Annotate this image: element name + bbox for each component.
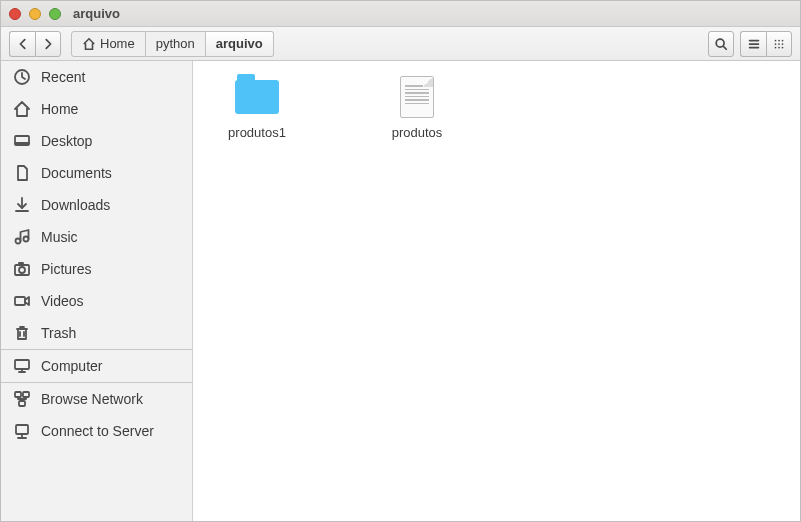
content-area[interactable]: produtos1 produtos — [193, 61, 800, 521]
network-icon — [13, 390, 31, 408]
computer-icon — [13, 357, 31, 375]
sidebar-item-label: Downloads — [41, 197, 110, 213]
svg-line-1 — [724, 46, 727, 49]
svg-point-6 — [778, 39, 780, 41]
svg-point-9 — [778, 43, 780, 45]
grid-view-button[interactable] — [766, 31, 792, 57]
server-icon — [13, 422, 31, 440]
sidebar-item-label: Recent — [41, 69, 85, 85]
titlebar: arquivo — [1, 1, 800, 27]
search-icon — [714, 37, 728, 51]
folder-icon — [233, 75, 281, 119]
sidebar-item-label: Home — [41, 101, 78, 117]
svg-point-12 — [778, 46, 780, 48]
file-item-document[interactable]: produtos — [367, 75, 467, 140]
document-icon — [393, 75, 441, 119]
breadcrumb: Home python arquivo — [71, 31, 274, 57]
sidebar-item-downloads[interactable]: Downloads — [1, 189, 192, 221]
sidebar-item-label: Pictures — [41, 261, 92, 277]
svg-point-8 — [775, 43, 777, 45]
list-view-button[interactable] — [740, 31, 766, 57]
svg-point-22 — [19, 267, 25, 273]
music-icon — [13, 228, 31, 246]
breadcrumb-arquivo[interactable]: arquivo — [206, 31, 274, 57]
sidebar-item-trash[interactable]: Trash — [1, 317, 192, 349]
file-label: produtos1 — [228, 125, 286, 140]
breadcrumb-label: Home — [100, 36, 135, 51]
breadcrumb-python[interactable]: python — [146, 31, 206, 57]
file-label: produtos — [392, 125, 443, 140]
breadcrumb-label: arquivo — [216, 36, 263, 51]
svg-rect-24 — [15, 297, 25, 305]
sidebar-item-label: Documents — [41, 165, 112, 181]
view-buttons — [740, 31, 792, 57]
svg-point-13 — [782, 46, 784, 48]
svg-point-5 — [775, 39, 777, 41]
document-icon — [13, 164, 31, 182]
sidebar-item-label: Connect to Server — [41, 423, 154, 439]
sidebar-item-label: Videos — [41, 293, 84, 309]
maximize-window-button[interactable] — [49, 8, 61, 20]
sidebar-item-home[interactable]: Home — [1, 93, 192, 125]
clock-icon — [13, 68, 31, 86]
home-icon — [13, 100, 31, 118]
trash-icon — [13, 324, 31, 342]
sidebar-item-music[interactable]: Music — [1, 221, 192, 253]
svg-rect-32 — [16, 425, 28, 434]
grid-icon — [772, 37, 786, 51]
home-icon — [82, 37, 96, 51]
svg-rect-23 — [19, 263, 23, 265]
nav-buttons — [9, 31, 61, 57]
sidebar-item-label: Music — [41, 229, 78, 245]
sidebar-item-connect-server[interactable]: Connect to Server — [1, 415, 192, 447]
sidebar-item-label: Computer — [41, 358, 102, 374]
desktop-icon — [13, 132, 31, 150]
sidebar-item-browse-network[interactable]: Browse Network — [1, 383, 192, 415]
sidebar-item-recent[interactable]: Recent — [1, 61, 192, 93]
minimize-window-button[interactable] — [29, 8, 41, 20]
back-button[interactable] — [9, 31, 35, 57]
file-item-folder[interactable]: produtos1 — [207, 75, 307, 140]
sidebar-item-pictures[interactable]: Pictures — [1, 253, 192, 285]
svg-point-0 — [716, 39, 724, 47]
sidebar-item-desktop[interactable]: Desktop — [1, 125, 192, 157]
sidebar: Recent Home Desktop Documents Downloads … — [1, 61, 193, 521]
body: Recent Home Desktop Documents Downloads … — [1, 61, 800, 521]
forward-button[interactable] — [35, 31, 61, 57]
sidebar-item-label: Trash — [41, 325, 76, 341]
camera-icon — [13, 260, 31, 278]
svg-point-10 — [782, 43, 784, 45]
window-controls — [9, 8, 61, 20]
video-icon — [13, 292, 31, 310]
svg-rect-26 — [15, 360, 29, 369]
close-window-button[interactable] — [9, 8, 21, 20]
sidebar-item-videos[interactable]: Videos — [1, 285, 192, 317]
toolbar: Home python arquivo — [1, 27, 800, 61]
window-title: arquivo — [73, 6, 120, 21]
svg-point-7 — [782, 39, 784, 41]
sidebar-item-documents[interactable]: Documents — [1, 157, 192, 189]
svg-point-11 — [775, 46, 777, 48]
sidebar-item-label: Browse Network — [41, 391, 143, 407]
sidebar-item-computer[interactable]: Computer — [1, 350, 192, 382]
list-icon — [747, 37, 761, 51]
search-button[interactable] — [708, 31, 734, 57]
breadcrumb-home[interactable]: Home — [71, 31, 146, 57]
sidebar-item-label: Desktop — [41, 133, 92, 149]
breadcrumb-label: python — [156, 36, 195, 51]
download-icon — [13, 196, 31, 214]
